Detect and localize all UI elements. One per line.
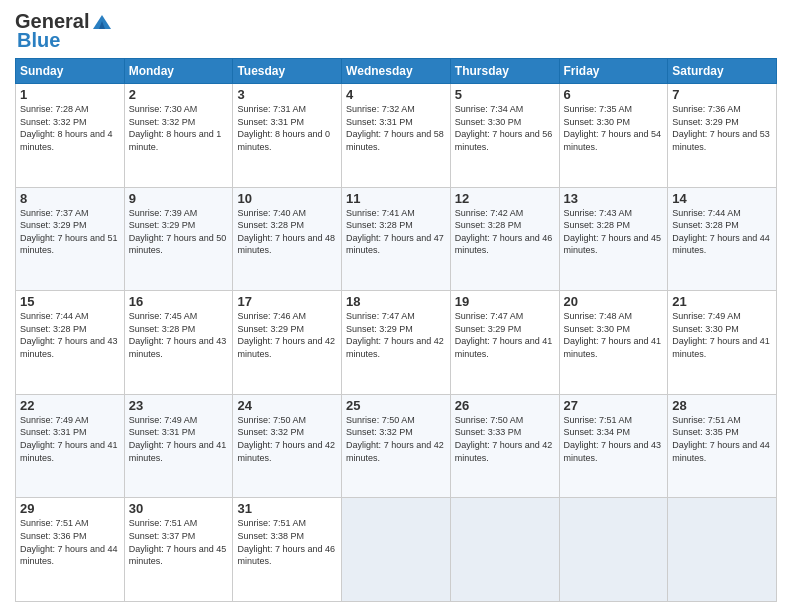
day-cell: 8 Sunrise: 7:37 AMSunset: 3:29 PMDayligh… — [16, 187, 125, 291]
day-info: Sunrise: 7:30 AMSunset: 3:32 PMDaylight:… — [129, 103, 229, 153]
day-info: Sunrise: 7:51 AMSunset: 3:35 PMDaylight:… — [672, 414, 772, 464]
day-cell: 5 Sunrise: 7:34 AMSunset: 3:30 PMDayligh… — [450, 84, 559, 188]
day-number: 12 — [455, 191, 555, 206]
day-info: Sunrise: 7:40 AMSunset: 3:28 PMDaylight:… — [237, 207, 337, 257]
day-info: Sunrise: 7:51 AMSunset: 3:34 PMDaylight:… — [564, 414, 664, 464]
day-info: Sunrise: 7:50 AMSunset: 3:32 PMDaylight:… — [237, 414, 337, 464]
day-cell — [342, 498, 451, 602]
day-number: 25 — [346, 398, 446, 413]
day-info: Sunrise: 7:50 AMSunset: 3:33 PMDaylight:… — [455, 414, 555, 464]
day-number: 7 — [672, 87, 772, 102]
day-number: 31 — [237, 501, 337, 516]
weekday-header-friday: Friday — [559, 59, 668, 84]
day-cell: 28 Sunrise: 7:51 AMSunset: 3:35 PMDaylig… — [668, 394, 777, 498]
day-cell: 1 Sunrise: 7:28 AMSunset: 3:32 PMDayligh… — [16, 84, 125, 188]
day-cell: 3 Sunrise: 7:31 AMSunset: 3:31 PMDayligh… — [233, 84, 342, 188]
day-cell: 19 Sunrise: 7:47 AMSunset: 3:29 PMDaylig… — [450, 291, 559, 395]
day-info: Sunrise: 7:49 AMSunset: 3:31 PMDaylight:… — [20, 414, 120, 464]
day-info: Sunrise: 7:49 AMSunset: 3:31 PMDaylight:… — [129, 414, 229, 464]
day-cell: 17 Sunrise: 7:46 AMSunset: 3:29 PMDaylig… — [233, 291, 342, 395]
day-info: Sunrise: 7:47 AMSunset: 3:29 PMDaylight:… — [346, 310, 446, 360]
day-number: 21 — [672, 294, 772, 309]
day-info: Sunrise: 7:34 AMSunset: 3:30 PMDaylight:… — [455, 103, 555, 153]
day-info: Sunrise: 7:35 AMSunset: 3:30 PMDaylight:… — [564, 103, 664, 153]
day-cell: 21 Sunrise: 7:49 AMSunset: 3:30 PMDaylig… — [668, 291, 777, 395]
day-cell: 23 Sunrise: 7:49 AMSunset: 3:31 PMDaylig… — [124, 394, 233, 498]
day-info: Sunrise: 7:37 AMSunset: 3:29 PMDaylight:… — [20, 207, 120, 257]
day-cell: 2 Sunrise: 7:30 AMSunset: 3:32 PMDayligh… — [124, 84, 233, 188]
weekday-header-saturday: Saturday — [668, 59, 777, 84]
calendar-table: SundayMondayTuesdayWednesdayThursdayFrid… — [15, 58, 777, 602]
day-info: Sunrise: 7:44 AMSunset: 3:28 PMDaylight:… — [672, 207, 772, 257]
day-cell: 20 Sunrise: 7:48 AMSunset: 3:30 PMDaylig… — [559, 291, 668, 395]
day-number: 15 — [20, 294, 120, 309]
day-number: 28 — [672, 398, 772, 413]
day-number: 29 — [20, 501, 120, 516]
week-row-4: 22 Sunrise: 7:49 AMSunset: 3:31 PMDaylig… — [16, 394, 777, 498]
day-cell: 15 Sunrise: 7:44 AMSunset: 3:28 PMDaylig… — [16, 291, 125, 395]
weekday-header-sunday: Sunday — [16, 59, 125, 84]
day-number: 17 — [237, 294, 337, 309]
day-info: Sunrise: 7:39 AMSunset: 3:29 PMDaylight:… — [129, 207, 229, 257]
header: General Blue — [15, 10, 777, 52]
day-number: 2 — [129, 87, 229, 102]
day-cell: 25 Sunrise: 7:50 AMSunset: 3:32 PMDaylig… — [342, 394, 451, 498]
day-number: 6 — [564, 87, 664, 102]
day-info: Sunrise: 7:32 AMSunset: 3:31 PMDaylight:… — [346, 103, 446, 153]
day-number: 19 — [455, 294, 555, 309]
day-info: Sunrise: 7:51 AMSunset: 3:36 PMDaylight:… — [20, 517, 120, 567]
day-cell: 6 Sunrise: 7:35 AMSunset: 3:30 PMDayligh… — [559, 84, 668, 188]
day-info: Sunrise: 7:42 AMSunset: 3:28 PMDaylight:… — [455, 207, 555, 257]
week-row-5: 29 Sunrise: 7:51 AMSunset: 3:36 PMDaylig… — [16, 498, 777, 602]
day-cell: 12 Sunrise: 7:42 AMSunset: 3:28 PMDaylig… — [450, 187, 559, 291]
day-cell: 10 Sunrise: 7:40 AMSunset: 3:28 PMDaylig… — [233, 187, 342, 291]
day-cell: 4 Sunrise: 7:32 AMSunset: 3:31 PMDayligh… — [342, 84, 451, 188]
day-cell: 31 Sunrise: 7:51 AMSunset: 3:38 PMDaylig… — [233, 498, 342, 602]
day-number: 23 — [129, 398, 229, 413]
day-cell: 27 Sunrise: 7:51 AMSunset: 3:34 PMDaylig… — [559, 394, 668, 498]
day-info: Sunrise: 7:43 AMSunset: 3:28 PMDaylight:… — [564, 207, 664, 257]
day-info: Sunrise: 7:51 AMSunset: 3:38 PMDaylight:… — [237, 517, 337, 567]
logo-icon — [91, 11, 113, 33]
day-cell: 11 Sunrise: 7:41 AMSunset: 3:28 PMDaylig… — [342, 187, 451, 291]
day-cell: 24 Sunrise: 7:50 AMSunset: 3:32 PMDaylig… — [233, 394, 342, 498]
week-row-2: 8 Sunrise: 7:37 AMSunset: 3:29 PMDayligh… — [16, 187, 777, 291]
day-cell: 30 Sunrise: 7:51 AMSunset: 3:37 PMDaylig… — [124, 498, 233, 602]
day-number: 22 — [20, 398, 120, 413]
weekday-header-thursday: Thursday — [450, 59, 559, 84]
day-cell: 22 Sunrise: 7:49 AMSunset: 3:31 PMDaylig… — [16, 394, 125, 498]
day-info: Sunrise: 7:47 AMSunset: 3:29 PMDaylight:… — [455, 310, 555, 360]
day-number: 24 — [237, 398, 337, 413]
day-info: Sunrise: 7:51 AMSunset: 3:37 PMDaylight:… — [129, 517, 229, 567]
weekday-header-wednesday: Wednesday — [342, 59, 451, 84]
weekday-header-monday: Monday — [124, 59, 233, 84]
day-info: Sunrise: 7:28 AMSunset: 3:32 PMDaylight:… — [20, 103, 120, 153]
day-info: Sunrise: 7:36 AMSunset: 3:29 PMDaylight:… — [672, 103, 772, 153]
day-cell: 16 Sunrise: 7:45 AMSunset: 3:28 PMDaylig… — [124, 291, 233, 395]
day-number: 9 — [129, 191, 229, 206]
day-info: Sunrise: 7:41 AMSunset: 3:28 PMDaylight:… — [346, 207, 446, 257]
day-info: Sunrise: 7:44 AMSunset: 3:28 PMDaylight:… — [20, 310, 120, 360]
day-info: Sunrise: 7:31 AMSunset: 3:31 PMDaylight:… — [237, 103, 337, 153]
logo-text-blue: Blue — [17, 29, 60, 52]
day-number: 26 — [455, 398, 555, 413]
day-number: 5 — [455, 87, 555, 102]
day-number: 16 — [129, 294, 229, 309]
day-cell: 7 Sunrise: 7:36 AMSunset: 3:29 PMDayligh… — [668, 84, 777, 188]
day-number: 8 — [20, 191, 120, 206]
day-number: 14 — [672, 191, 772, 206]
day-number: 13 — [564, 191, 664, 206]
day-number: 20 — [564, 294, 664, 309]
day-number: 11 — [346, 191, 446, 206]
day-cell — [450, 498, 559, 602]
day-number: 18 — [346, 294, 446, 309]
day-info: Sunrise: 7:49 AMSunset: 3:30 PMDaylight:… — [672, 310, 772, 360]
day-cell: 18 Sunrise: 7:47 AMSunset: 3:29 PMDaylig… — [342, 291, 451, 395]
day-cell: 13 Sunrise: 7:43 AMSunset: 3:28 PMDaylig… — [559, 187, 668, 291]
day-number: 10 — [237, 191, 337, 206]
day-cell — [668, 498, 777, 602]
week-row-1: 1 Sunrise: 7:28 AMSunset: 3:32 PMDayligh… — [16, 84, 777, 188]
weekday-header-tuesday: Tuesday — [233, 59, 342, 84]
day-info: Sunrise: 7:48 AMSunset: 3:30 PMDaylight:… — [564, 310, 664, 360]
day-cell — [559, 498, 668, 602]
